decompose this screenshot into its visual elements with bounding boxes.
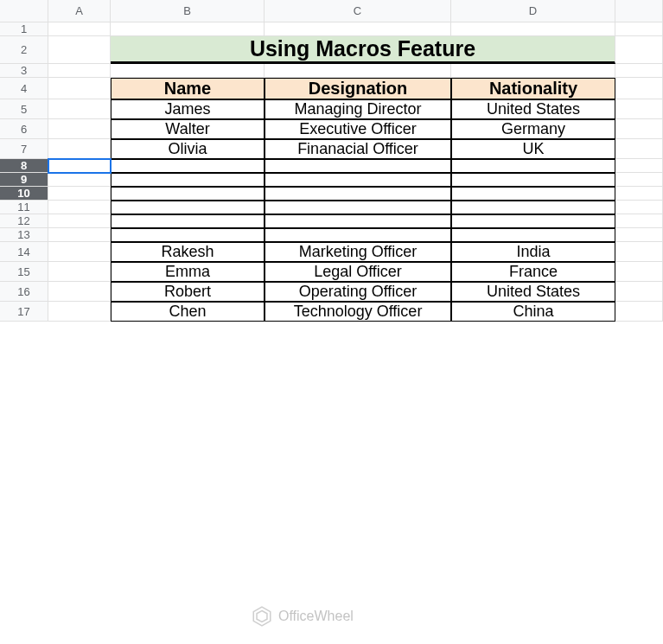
title-cell[interactable]: Using Macros Feature [111,36,615,64]
row-header-8[interactable]: 8 [0,159,48,173]
cell-b11[interactable] [111,201,265,214]
cell-c8[interactable] [265,159,451,173]
col-header-b[interactable]: B [111,0,265,22]
cell-d1[interactable] [451,22,615,36]
cell-c6[interactable]: Executive Officer [265,119,451,139]
cell-b5[interactable]: James [111,99,265,119]
cell-d17[interactable]: China [451,302,615,322]
cell-b15[interactable]: Emma [111,262,265,282]
cell-b3[interactable] [111,64,265,78]
col-header-d[interactable]: D [451,0,615,22]
cell-e16[interactable] [615,282,663,302]
cell-e17[interactable] [615,302,663,322]
cell-b10[interactable] [111,187,265,201]
cell-e8[interactable] [615,159,663,173]
cell-a9[interactable] [48,173,111,187]
cell-a3[interactable] [48,64,111,78]
cell-b16[interactable]: Robert [111,282,265,302]
cell-e1[interactable] [615,22,663,36]
row-header-2[interactable]: 2 [0,36,48,64]
cell-c5[interactable]: Managing Director [265,99,451,119]
cell-e11[interactable] [615,201,663,214]
cell-d13[interactable] [451,228,615,242]
cell-e13[interactable] [615,228,663,242]
cell-e7[interactable] [615,139,663,159]
cell-c12[interactable] [265,214,451,228]
header-designation[interactable]: Designation [265,78,451,99]
cell-e5[interactable] [615,99,663,119]
row-header-11[interactable]: 11 [0,201,48,214]
col-header-a[interactable]: A [48,0,111,22]
cell-d6[interactable]: Germany [451,119,615,139]
row-header-15[interactable]: 15 [0,262,48,282]
row-header-12[interactable]: 12 [0,214,48,228]
cell-d10[interactable] [451,187,615,201]
row-header-17[interactable]: 17 [0,302,48,322]
header-nationality[interactable]: Nationality [451,78,615,99]
col-header-extra[interactable] [615,0,663,22]
cell-b7[interactable]: Olivia [111,139,265,159]
cell-a2[interactable] [48,36,111,64]
row-header-16[interactable]: 16 [0,282,48,302]
cell-c14[interactable]: Marketing Officer [265,242,451,262]
cell-a10[interactable] [48,187,111,201]
cell-e4[interactable] [615,78,663,99]
cell-b1[interactable] [111,22,265,36]
cell-a17[interactable] [48,302,111,322]
cell-d15[interactable]: France [451,262,615,282]
cell-a5[interactable] [48,99,111,119]
cell-c3[interactable] [265,64,451,78]
row-header-13[interactable]: 13 [0,228,48,242]
cell-a6[interactable] [48,119,111,139]
row-header-5[interactable]: 5 [0,99,48,119]
cell-d5[interactable]: United States [451,99,615,119]
cell-a16[interactable] [48,282,111,302]
cell-e12[interactable] [615,214,663,228]
cell-e2[interactable] [615,36,663,64]
cell-c11[interactable] [265,201,451,214]
cell-d16[interactable]: United States [451,282,615,302]
cell-e6[interactable] [615,119,663,139]
cell-a11[interactable] [48,201,111,214]
cell-e9[interactable] [615,173,663,187]
cell-a12[interactable] [48,214,111,228]
cell-e15[interactable] [615,262,663,282]
cell-d9[interactable] [451,173,615,187]
col-header-c[interactable]: C [265,0,451,22]
cell-c7[interactable]: Finanacial Officer [265,139,451,159]
cell-c1[interactable] [265,22,451,36]
cell-a1[interactable] [48,22,111,36]
cell-a7[interactable] [48,139,111,159]
cell-a13[interactable] [48,228,111,242]
cell-b9[interactable] [111,173,265,187]
cell-c16[interactable]: Operating Officer [265,282,451,302]
row-header-10[interactable]: 10 [0,187,48,201]
cell-a15[interactable] [48,262,111,282]
cell-e3[interactable] [615,64,663,78]
cell-d12[interactable] [451,214,615,228]
cell-b14[interactable]: Rakesh [111,242,265,262]
row-header-9[interactable]: 9 [0,173,48,187]
cell-c9[interactable] [265,173,451,187]
cell-c17[interactable]: Technology Officer [265,302,451,322]
select-all-corner[interactable] [0,0,48,22]
cell-b6[interactable]: Walter [111,119,265,139]
cell-c13[interactable] [265,228,451,242]
cell-d8[interactable] [451,159,615,173]
cell-e10[interactable] [615,187,663,201]
row-header-6[interactable]: 6 [0,119,48,139]
cell-c10[interactable] [265,187,451,201]
cell-a8-active[interactable] [48,159,111,173]
cell-b13[interactable] [111,228,265,242]
cell-b17[interactable]: Chen [111,302,265,322]
row-header-1[interactable]: 1 [0,22,48,36]
cell-c15[interactable]: Legal Officer [265,262,451,282]
row-header-14[interactable]: 14 [0,242,48,262]
cell-d7[interactable]: UK [451,139,615,159]
row-header-3[interactable]: 3 [0,64,48,78]
cell-b8[interactable] [111,159,265,173]
cell-d11[interactable] [451,201,615,214]
cell-a4[interactable] [48,78,111,99]
cell-d3[interactable] [451,64,615,78]
cell-b12[interactable] [111,214,265,228]
